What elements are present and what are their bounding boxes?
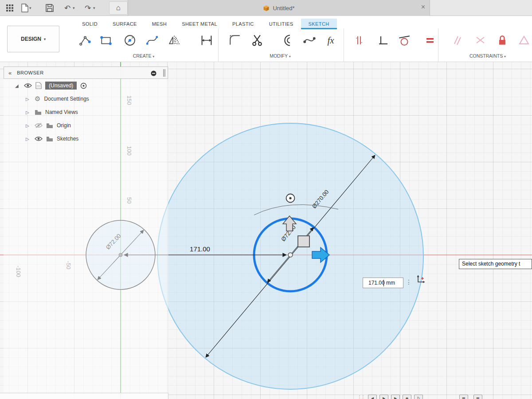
dimension-value-input[interactable]: 171.00 mm bbox=[363, 278, 403, 288]
document-tab[interactable]: Untitled* × bbox=[128, 0, 430, 16]
visibility-eye-icon[interactable] bbox=[24, 83, 32, 88]
browser-item-origin[interactable]: ▷ Origin bbox=[4, 119, 168, 132]
perpendicular-constraint-icon[interactable] bbox=[376, 33, 391, 48]
folder-icon bbox=[46, 136, 53, 142]
ribbon-tab-bar: SOLID SURFACE MESH SHEET METAL PLASTIC U… bbox=[74, 19, 337, 29]
move-free-handle[interactable] bbox=[298, 236, 309, 247]
undo-icon[interactable]: ↶ bbox=[62, 3, 73, 13]
tab-sketch[interactable]: SKETCH bbox=[301, 19, 337, 29]
save-icon[interactable] bbox=[44, 3, 55, 13]
home-view-button[interactable]: ⌂ bbox=[109, 1, 128, 15]
panel-scrollbar-thumb[interactable] bbox=[163, 69, 165, 77]
redo-icon[interactable]: ↷ bbox=[82, 3, 93, 13]
toolbar-divider bbox=[218, 28, 219, 62]
tab-strip-spacer bbox=[430, 0, 532, 16]
gear-icon: ⚙ bbox=[35, 95, 40, 103]
browser-item-root[interactable]: ◢ (Unsaved) bbox=[4, 79, 168, 92]
item-label[interactable]: Sketches bbox=[57, 136, 78, 142]
vertical-constraint-icon[interactable] bbox=[352, 33, 367, 48]
rectangle-tool-icon[interactable] bbox=[98, 33, 113, 48]
spline-tool-icon[interactable] bbox=[145, 33, 160, 48]
toolbar-divider bbox=[438, 28, 438, 62]
caret-down-icon: ▾ bbox=[504, 55, 506, 59]
symmetry-constraint-icon[interactable] bbox=[473, 33, 488, 48]
item-label[interactable]: Document Settings bbox=[44, 96, 89, 102]
tab-surface[interactable]: SURFACE bbox=[105, 19, 145, 29]
application-bar: ▾ ↶ ▾ ↷ ▾ ⌂ Untitled* × bbox=[0, 0, 532, 16]
browser-title: BROWSER bbox=[17, 70, 43, 75]
file-caret-icon[interactable]: ▾ bbox=[29, 6, 31, 10]
dimension-options-icon[interactable]: ⋮ bbox=[406, 278, 412, 286]
panel-horizontal-scrollbar[interactable] bbox=[0, 393, 168, 399]
item-label[interactable]: Origin bbox=[57, 122, 71, 129]
tab-utilities[interactable]: UTILITIES bbox=[262, 19, 301, 29]
sketch-point-widget[interactable] bbox=[286, 194, 295, 203]
inner-circle-center-point[interactable] bbox=[288, 253, 293, 257]
item-label[interactable]: Named Views bbox=[45, 109, 78, 115]
collapse-panel-icon[interactable]: « bbox=[8, 70, 12, 76]
expand-triangle-icon[interactable]: ▷ bbox=[26, 97, 31, 102]
close-tab-icon[interactable]: × bbox=[421, 3, 425, 11]
expand-triangle-icon[interactable]: ▷ bbox=[26, 110, 31, 115]
timeline-refresh-icon[interactable]: ↻ bbox=[414, 395, 423, 399]
tab-plastic[interactable]: PLASTIC bbox=[225, 19, 262, 29]
curve-tool-icon[interactable] bbox=[302, 33, 317, 48]
fillet-tool-icon[interactable] bbox=[227, 33, 243, 48]
parallel-constraint-icon[interactable] bbox=[450, 33, 465, 48]
visibility-off-eye-icon[interactable] bbox=[35, 123, 43, 128]
browser-header: « BROWSER bbox=[4, 66, 168, 79]
dimension-tool-icon[interactable] bbox=[199, 33, 214, 48]
undo-caret-icon[interactable]: ▾ bbox=[73, 6, 75, 10]
distance-dimension-label[interactable]: 171.00 bbox=[190, 245, 210, 253]
timeline-record-icon[interactable]: ◉ bbox=[403, 395, 411, 399]
constraints-menu[interactable]: CONSTRAINTS ▾ bbox=[457, 53, 519, 59]
circle-tool-icon[interactable] bbox=[122, 33, 137, 48]
caret-down-icon: ▾ bbox=[153, 55, 154, 59]
app-grid-menu-icon[interactable] bbox=[4, 3, 15, 13]
equal-constraint-icon[interactable] bbox=[422, 33, 438, 48]
create-menu[interactable]: CREATE ▾ bbox=[117, 53, 170, 59]
browser-item-named-views[interactable]: ▷ Named Views bbox=[4, 106, 168, 119]
folder-icon bbox=[46, 123, 53, 129]
activate-target-icon[interactable] bbox=[80, 82, 87, 89]
document-title: Untitled* bbox=[273, 5, 294, 12]
modify-menu[interactable]: MODIFY ▾ bbox=[254, 53, 307, 59]
toolbar-divider bbox=[344, 28, 344, 62]
visibility-eye-icon[interactable] bbox=[35, 136, 43, 141]
text-cursor bbox=[383, 280, 384, 286]
browser-item-document-settings[interactable]: ▷ ⚙ Document Settings bbox=[4, 92, 168, 106]
folder-icon bbox=[35, 110, 42, 115]
root-document-label[interactable]: (Unsaved) bbox=[45, 82, 77, 90]
status-tooltip: Select sketch geometry t bbox=[459, 259, 532, 269]
tab-solid[interactable]: SOLID bbox=[74, 19, 105, 29]
trim-tool-icon[interactable] bbox=[250, 33, 265, 48]
redo-caret-icon[interactable]: ▾ bbox=[93, 6, 95, 10]
file-icon[interactable] bbox=[20, 3, 30, 13]
browser-item-sketches[interactable]: ▷ Sketches bbox=[4, 132, 168, 145]
triangle-constraint-icon[interactable] bbox=[516, 33, 532, 48]
tangent-constraint-icon[interactable] bbox=[397, 33, 412, 48]
sketch-canvas[interactable]: 150 100 50 -50 -100 171.00 Ø270.00 Ø72.0… bbox=[0, 62, 532, 399]
fix-lock-constraint-icon[interactable] bbox=[495, 33, 510, 48]
move-measure-icon[interactable] bbox=[416, 274, 426, 286]
fx-parameters-icon[interactable]: fx bbox=[323, 33, 338, 48]
mirror-tool-icon[interactable] bbox=[167, 33, 182, 48]
tab-mesh[interactable]: MESH bbox=[145, 19, 174, 29]
caret-down-icon: ▾ bbox=[289, 55, 291, 59]
timeline-drag-handle[interactable]: ⋮⋮ bbox=[357, 395, 364, 399]
browser-panel: « BROWSER ◢ (Unsaved) ▷ bbox=[4, 66, 168, 394]
workspace-selector[interactable]: DESIGN ▾ bbox=[7, 26, 59, 52]
timeline-prev-icon[interactable]: ◀ bbox=[368, 395, 377, 399]
timeline-grid-icon[interactable]: ▦ bbox=[473, 395, 482, 399]
expand-triangle-icon[interactable]: ▷ bbox=[26, 137, 31, 141]
document-cube-icon bbox=[263, 5, 270, 12]
timeline-play-icon[interactable]: ▶ bbox=[379, 395, 388, 399]
expand-triangle-icon[interactable]: ◢ bbox=[15, 83, 20, 88]
offset-tool-icon[interactable] bbox=[279, 33, 294, 48]
minimize-panel-icon[interactable] bbox=[150, 70, 157, 77]
tab-sheet-metal[interactable]: SHEET METAL bbox=[174, 19, 225, 29]
timeline-grid-icon[interactable]: ▦ bbox=[459, 395, 468, 399]
timeline-next-icon[interactable]: ▶ bbox=[391, 395, 400, 399]
expand-triangle-icon[interactable]: ▷ bbox=[26, 123, 31, 128]
line-tool-icon[interactable] bbox=[78, 33, 93, 48]
